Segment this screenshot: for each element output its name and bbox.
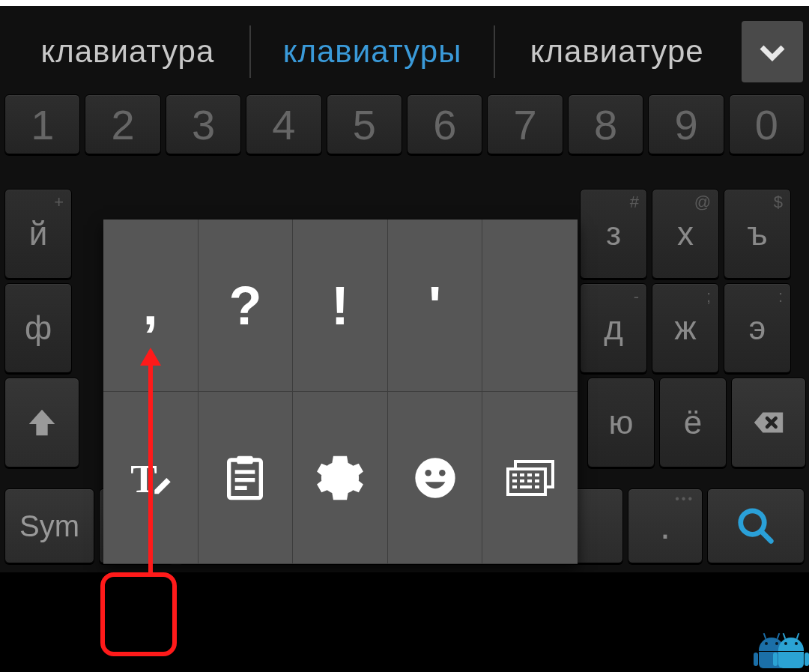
- android-mascots: [757, 638, 806, 671]
- svg-rect-27: [535, 479, 539, 482]
- key-main-label: х: [677, 215, 694, 252]
- longpress-popup: , ? ! ' T: [103, 220, 578, 564]
- search-key[interactable]: [707, 488, 805, 563]
- key-main-label: ъ: [747, 215, 768, 252]
- shift-key[interactable]: [4, 378, 79, 467]
- key-7[interactable]: 7: [487, 94, 563, 154]
- expand-suggestions-button[interactable]: [742, 21, 803, 82]
- key-main-label: ж: [674, 309, 696, 347]
- key-letter[interactable]: @х: [652, 189, 719, 279]
- popup-emoji[interactable]: [388, 392, 483, 564]
- period-key[interactable]: ••• .: [628, 488, 703, 563]
- svg-rect-22: [527, 473, 532, 476]
- svg-point-16: [425, 470, 431, 476]
- key-2[interactable]: 2: [85, 94, 160, 154]
- svg-rect-30: [535, 485, 539, 488]
- keyboard-icon: [506, 454, 554, 502]
- key-letter[interactable]: ;ж: [652, 283, 719, 373]
- key-main-label: ё: [684, 404, 702, 441]
- key-main-label: ф: [25, 309, 52, 347]
- text-edit-icon: T: [127, 454, 175, 502]
- annotation-highlight: [100, 572, 177, 656]
- key-main-label: з: [606, 215, 621, 252]
- svg-point-17: [439, 470, 446, 476]
- key-6[interactable]: 6: [407, 94, 482, 154]
- key-letter[interactable]: ю: [587, 378, 655, 467]
- svg-point-15: [415, 458, 455, 497]
- key-9[interactable]: 9: [648, 94, 724, 154]
- gear-icon: [316, 454, 364, 502]
- key-4[interactable]: 4: [246, 94, 321, 154]
- key-alt-label: :: [778, 287, 783, 306]
- symbols-key[interactable]: Sym: [4, 488, 94, 563]
- key-5[interactable]: 5: [327, 94, 402, 154]
- chevron-down-icon: [754, 34, 790, 70]
- popup-comma[interactable]: ,: [103, 220, 199, 392]
- key-alt-label: +: [54, 193, 64, 212]
- key-main-label: ю: [609, 404, 634, 441]
- key-0[interactable]: 0: [729, 94, 805, 154]
- key-main-label: й: [29, 215, 48, 252]
- key-letter[interactable]: -д: [580, 283, 647, 373]
- svg-text:T: T: [130, 455, 157, 500]
- popup-settings[interactable]: [293, 392, 388, 564]
- key-main-label: .: [660, 504, 670, 548]
- suggestion-1[interactable]: клавиатура: [6, 34, 249, 70]
- key-alt-label: #: [630, 193, 639, 212]
- key-1[interactable]: 1: [4, 94, 80, 154]
- emoji-icon: [411, 454, 459, 502]
- svg-rect-25: [520, 479, 524, 482]
- suggestion-bar: клавиатура клавиатуры клавиатуре: [0, 13, 809, 90]
- popup-apostrophe[interactable]: ': [388, 220, 483, 392]
- clipboard-icon: [221, 454, 269, 502]
- key-8[interactable]: 8: [568, 94, 643, 154]
- popup-clipboard[interactable]: [199, 392, 294, 564]
- svg-rect-11: [237, 455, 253, 464]
- search-icon: [736, 506, 776, 546]
- svg-line-8: [761, 531, 772, 542]
- popup-keyboard-switch[interactable]: [482, 392, 578, 564]
- window-titlebar: [0, 0, 809, 6]
- svg-rect-24: [512, 479, 517, 482]
- key-alt-label: $: [774, 193, 783, 212]
- key-alt-label: -: [634, 287, 639, 306]
- key-letter[interactable]: :э: [724, 283, 791, 373]
- popup-text-edit[interactable]: T: [103, 392, 199, 564]
- number-row: 1 2 3 4 5 6 7 8 9 0: [0, 94, 809, 154]
- key-letter[interactable]: ё: [659, 378, 727, 467]
- suggestion-2[interactable]: клавиатуры: [251, 34, 494, 70]
- popup-question[interactable]: ?: [199, 220, 294, 392]
- svg-rect-23: [535, 473, 539, 476]
- popup-empty[interactable]: [482, 220, 578, 392]
- backspace-icon: [751, 405, 786, 440]
- key-alt-label: •••: [675, 492, 694, 506]
- backspace-key[interactable]: [731, 378, 806, 467]
- popup-exclaim[interactable]: !: [293, 220, 388, 392]
- svg-rect-20: [512, 473, 517, 476]
- svg-rect-26: [527, 479, 532, 482]
- key-alt-label: @: [694, 193, 711, 212]
- suggestion-3[interactable]: клавиатуре: [495, 34, 739, 70]
- key-letter[interactable]: +й: [4, 189, 72, 279]
- svg-rect-29: [520, 485, 532, 488]
- key-alt-label: ;: [706, 287, 711, 306]
- svg-rect-28: [512, 485, 517, 488]
- key-letter[interactable]: #з: [580, 189, 647, 279]
- key-main-label: э: [749, 309, 766, 347]
- key-3[interactable]: 3: [166, 94, 241, 154]
- android-icon: [776, 638, 806, 671]
- key-letter[interactable]: $ъ: [724, 189, 791, 279]
- key-letter[interactable]: ф: [4, 283, 72, 373]
- shift-icon: [25, 405, 59, 440]
- key-main-label: д: [604, 309, 623, 347]
- svg-rect-21: [520, 473, 524, 476]
